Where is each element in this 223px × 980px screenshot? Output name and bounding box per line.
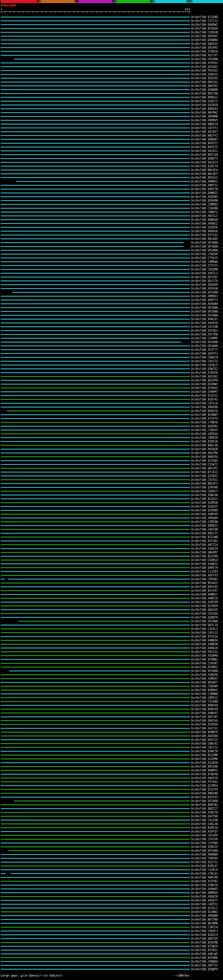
hit-row[interactable]: UniRef100_C5MHD2 (0, 203, 223, 207)
hit-row[interactable]: UniRef100_B1FGN1 (0, 539, 223, 543)
hit-line[interactable] (1, 82, 190, 83)
hit-line[interactable] (1, 805, 190, 805)
hit-row[interactable]: UniRef100_B2I621 (0, 497, 223, 501)
hit-row[interactable]: UniRef100_B3PK10 (0, 826, 223, 830)
hit-row[interactable]: UniRef100_C3Y9W4 (0, 841, 223, 845)
hit-line[interactable] (1, 659, 190, 660)
hit-row[interactable]: UniRef100_Q84162 (0, 80, 223, 84)
hit-row[interactable]: UniRef100_C66L48 (0, 822, 223, 826)
hit-line[interactable] (1, 514, 190, 514)
hit-line[interactable] (1, 74, 190, 75)
hit-line[interactable] (1, 919, 190, 920)
hit-row[interactable]: UniRef100_B7X534 (0, 635, 223, 639)
hit-row[interactable]: UniRef100_C873A9 (0, 834, 223, 837)
hit-row[interactable]: UniRef100_A9XXW5 (0, 195, 223, 199)
hit-row[interactable]: UniRef100_A5C7V7 (0, 54, 223, 57)
hit-line[interactable] (1, 675, 190, 675)
hit-row[interactable]: UniRef100_UP1000... (0, 57, 223, 61)
hit-line[interactable] (1, 170, 190, 170)
hit-line[interactable] (1, 686, 190, 687)
hit-line[interactable] (1, 655, 190, 656)
hit-line[interactable] (1, 414, 190, 415)
hit-row[interactable]: UniRef100_C8N6T2 (0, 210, 223, 214)
hit-line[interactable] (1, 912, 190, 912)
hit-row[interactable]: UniRef100_Q9X6R0 (0, 199, 223, 203)
hit-line[interactable] (1, 506, 190, 507)
hit-line[interactable] (1, 759, 190, 759)
hit-line[interactable] (1, 594, 190, 595)
hit-row[interactable]: UniRef100_B8GL48 (0, 444, 223, 447)
hit-line[interactable] (1, 934, 190, 935)
hit-line[interactable] (1, 946, 190, 947)
hit-line[interactable] (1, 869, 190, 870)
hit-line[interactable] (1, 820, 190, 821)
hit-line[interactable] (1, 931, 190, 931)
hit-row[interactable]: UniRef100_C3XRM5 (0, 337, 223, 340)
hit-row[interactable]: UniRef100_B9I615 (0, 176, 223, 180)
hit-line[interactable] (1, 127, 190, 128)
hit-line[interactable] (1, 131, 190, 132)
hit-row[interactable]: UniRef100_C5ZW73 (0, 463, 223, 466)
hit-line[interactable] (1, 235, 190, 235)
hit-line[interactable] (1, 816, 190, 817)
hit-row[interactable]: UniRef100_C96P84 (0, 857, 223, 861)
hit-line[interactable] (1, 28, 190, 29)
hit-line[interactable] (1, 747, 190, 748)
hit-line[interactable] (10, 873, 190, 874)
hit-row[interactable]: UniRef100_A4NB58 (0, 643, 223, 646)
hit-line[interactable] (1, 487, 190, 488)
hit-row[interactable]: UniRef100_A9KQN0 (0, 914, 223, 918)
hit-line[interactable] (1, 556, 190, 557)
hit-line[interactable] (14, 59, 190, 59)
hit-line[interactable] (1, 269, 190, 270)
hit-row[interactable]: UniRef100_Q42039 (0, 103, 223, 107)
hit-line[interactable] (1, 755, 190, 756)
hit-row[interactable]: UniRef100_UP1000... (0, 291, 223, 294)
hit-line[interactable] (1, 296, 190, 296)
hit-row[interactable]: UniRef100_C4GAL2 (0, 627, 223, 631)
hit-row[interactable]: UniRef100_Q9J1T6 (0, 279, 223, 283)
hit-row[interactable]: UniRef100_B4XU16 (0, 409, 223, 413)
hit-row[interactable]: UniRef100_C6YJH8 (0, 325, 223, 329)
hit-row[interactable]: UniRef100_Q5W008 (0, 88, 223, 92)
hit-row[interactable]: UniRef100_Q3W7E2 (0, 367, 223, 371)
hit-line[interactable] (1, 518, 190, 518)
hit-row[interactable]: UniRef100_B2VBW7 (0, 413, 223, 417)
hit-line[interactable] (1, 663, 190, 663)
hit-line[interactable] (1, 644, 190, 644)
hit-line[interactable] (1, 220, 190, 220)
hit-row[interactable]: UniRef100_B1ZYK0 (0, 555, 223, 558)
hit-line[interactable] (1, 548, 190, 549)
hit-line[interactable] (1, 464, 190, 465)
hit-line[interactable] (1, 613, 190, 614)
hit-row[interactable]: UniRef100_C1KEU0 (0, 30, 223, 34)
hit-row[interactable]: UniRef100_P45331 (0, 650, 223, 654)
hit-row[interactable]: UniRef100_C4FIL6 (0, 401, 223, 405)
hit-line[interactable] (1, 319, 190, 320)
hit-line[interactable] (1, 632, 190, 633)
hit-row[interactable]: UniRef100_Q42662 (0, 65, 223, 69)
hit-row[interactable]: UniRef100_B985A9 (0, 708, 223, 711)
hit-line[interactable] (1, 353, 190, 354)
hit-line[interactable] (8, 850, 190, 851)
hit-row[interactable]: UniRef100_C7WZV9 (0, 252, 223, 256)
hit-row[interactable]: UniRef100_C6MDW6 (0, 260, 223, 264)
hit-line[interactable] (1, 407, 190, 407)
hit-line[interactable] (1, 204, 190, 205)
hit-line[interactable] (1, 135, 190, 136)
hit-row[interactable]: UniRef100_A9EWC2 (0, 222, 223, 226)
hit-line[interactable] (1, 158, 190, 159)
hit-line[interactable] (1, 881, 190, 881)
hit-line[interactable] (1, 843, 190, 843)
hit-line[interactable] (1, 938, 190, 939)
hit-line[interactable] (1, 766, 190, 767)
hit-line[interactable] (1, 208, 190, 208)
hit-row[interactable]: UniRef100_B3GY43 (0, 795, 223, 799)
hit-line[interactable] (1, 854, 190, 855)
hit-line[interactable] (1, 388, 190, 388)
hit-row[interactable]: UniRef100_B2Z1W0 (0, 535, 223, 539)
hit-row[interactable]: UniRef100_A5ZYB2 (0, 880, 223, 883)
hit-row[interactable]: UniRef100_C6LEX0 (0, 818, 223, 822)
hit-line[interactable] (1, 166, 190, 167)
hit-row[interactable]: UniRef100_C6NQD4 (0, 960, 223, 964)
